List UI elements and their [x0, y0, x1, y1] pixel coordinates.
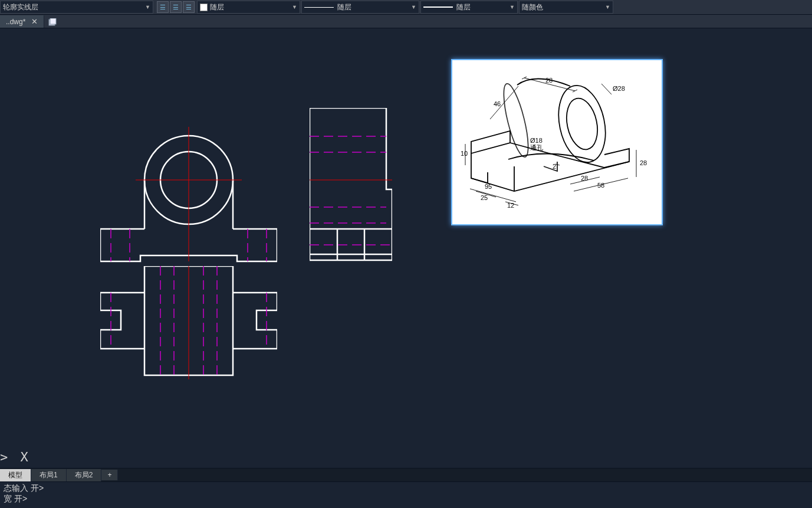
file-tab-bar: ..dwg* ✕	[0, 15, 812, 28]
dim-2: 2	[553, 163, 556, 170]
drawing-canvas[interactable]: 28 Ø28 46 Ø18 通孔 10 25 12 2 28 58 28 95 …	[0, 28, 812, 468]
cmd-history-line: 态输入 开>	[4, 483, 808, 494]
cmd-history-line: 宽 开>	[4, 494, 808, 504]
dim-thru: 通孔	[530, 144, 543, 151]
reference-image: 28 Ø28 46 Ø18 通孔 10 25 12 2 28 58 28 95	[451, 59, 663, 225]
dim-28c: 28	[640, 159, 647, 166]
top-view-drawing	[100, 266, 277, 384]
layer-tool-icons: ☰ ☰ ☰	[157, 1, 195, 13]
lineweight-preview-icon	[423, 6, 453, 8]
chevron-down-icon: ▼	[145, 4, 150, 10]
dim-58: 58	[597, 182, 604, 189]
layer-states-icon[interactable]: ☰	[157, 1, 169, 13]
color-swatch-icon	[200, 4, 208, 11]
tab-layout2[interactable]: 布局2	[67, 469, 102, 481]
command-line[interactable]: 态输入 开> 宽 开>	[0, 481, 812, 508]
dim-28b: 28	[581, 175, 588, 182]
file-tab[interactable]: ..dwg* ✕	[0, 15, 44, 28]
layout-tab-bar: 模型 布局1 布局2 +	[0, 468, 812, 481]
layer-off-icon[interactable]: ☰	[183, 1, 195, 13]
svg-rect-1	[50, 18, 56, 24]
chevron-down-icon: ▼	[411, 4, 416, 10]
new-tab-button[interactable]	[47, 17, 58, 28]
close-icon[interactable]: ✕	[31, 17, 38, 26]
tab-model[interactable]: 模型	[0, 469, 31, 481]
linetype-bylayer-label: 随层	[337, 2, 351, 12]
front-view-drawing	[100, 102, 277, 267]
dim-95: 95	[485, 183, 492, 190]
color-dropdown[interactable]: 随层 ▼	[197, 1, 300, 14]
dim-46: 46	[494, 100, 501, 107]
properties-toolbar: 轮廓实线层 ▼ ☰ ☰ ☰ 随层 ▼ 随层 ▼ 随层 ▼ 随颜色 ▼	[0, 0, 812, 15]
lineweight-bylayer-label: 随层	[456, 2, 471, 12]
dim-10: 10	[461, 150, 468, 157]
lineweight-dropdown[interactable]: 随层 ▼	[420, 1, 518, 14]
chevron-down-icon: ▼	[509, 4, 515, 10]
plotstyle-dropdown[interactable]: 随颜色 ▼	[519, 1, 613, 14]
chevron-down-icon: ▼	[605, 4, 610, 10]
linetype-dropdown[interactable]: 随层 ▼	[301, 1, 419, 14]
layer-iso-icon[interactable]: ☰	[170, 1, 182, 13]
dim-25: 25	[481, 194, 488, 201]
layer-name: 轮廓实线层	[3, 2, 38, 12]
plotstyle-label: 随颜色	[522, 2, 543, 12]
dim-phi18: Ø18	[530, 137, 543, 144]
dim-28: 28	[545, 77, 553, 84]
svg-point-31	[562, 96, 601, 152]
layer-dropdown[interactable]: 轮廓实线层 ▼	[0, 1, 153, 14]
tab-layout1[interactable]: 布局1	[31, 469, 67, 481]
tab-add[interactable]: +	[101, 470, 118, 480]
linetype-preview-icon	[304, 7, 334, 8]
dim-phi28: Ø28	[613, 85, 625, 92]
chevron-down-icon: ▼	[292, 4, 297, 10]
color-bylayer-label: 随层	[210, 2, 224, 12]
dim-12: 12	[507, 202, 514, 209]
file-tab-label: ..dwg*	[6, 18, 25, 26]
side-view-drawing	[310, 108, 392, 261]
command-prompt-indicator: > X	[0, 450, 31, 464]
